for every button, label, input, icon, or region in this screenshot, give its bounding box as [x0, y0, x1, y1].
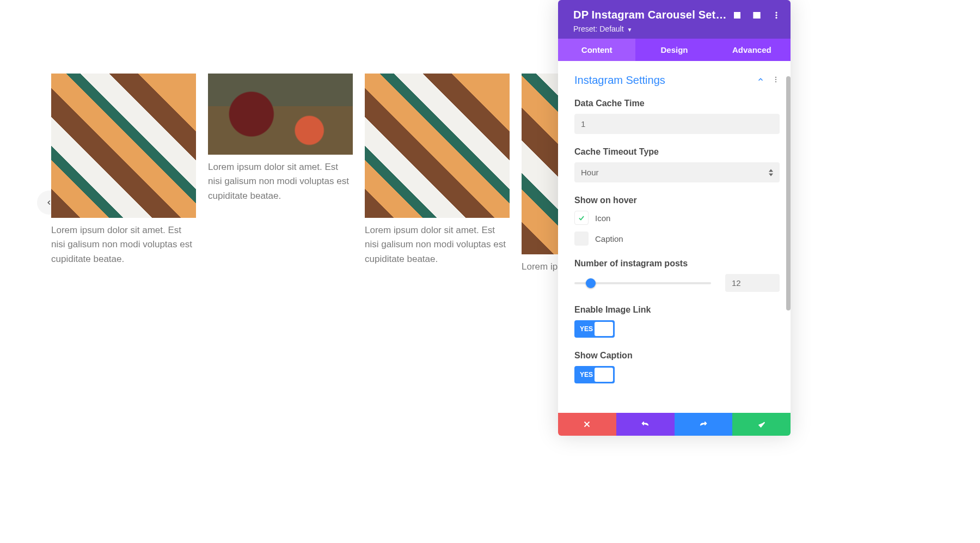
panel-title: DP Instagram Carousel Sett… — [573, 9, 727, 21]
field-image-link: Enable Image Link YES — [574, 305, 780, 338]
tabs: Content Design Advanced — [558, 39, 791, 61]
field-show-hover: Show on hover Icon Caption — [574, 196, 780, 246]
tab-advanced[interactable]: Advanced — [713, 39, 791, 61]
section-header[interactable]: Instagram Settings — [574, 74, 780, 87]
checkbox-label-caption: Caption — [595, 234, 623, 243]
preset-value: Default — [599, 25, 623, 33]
carousel-card[interactable]: Lorem ipsum dolor sit amet. Est nisi gal… — [208, 74, 353, 274]
panel-body: Instagram Settings Data Cache Time Cache… — [558, 61, 791, 413]
chevron-down-icon: ▼ — [627, 27, 633, 33]
checkbox-icon[interactable] — [574, 211, 589, 225]
toggle-image-link-label: YES — [574, 325, 593, 333]
field-cache-type: Cache Timeout Type MinuteHourDay — [574, 147, 780, 182]
undo-button[interactable] — [616, 413, 675, 436]
panel-header: DP Instagram Carousel Sett… Preset: Defa… — [558, 0, 791, 39]
carousel-card[interactable]: Lorem ipsum dolor sit amet. Est nisi gal… — [365, 74, 510, 274]
save-button[interactable] — [732, 413, 791, 436]
card-image[interactable] — [208, 74, 353, 155]
field-show-caption: Show Caption YES — [574, 351, 780, 383]
discard-button[interactable] — [558, 413, 616, 436]
carousel-card[interactable]: Lorem ipsum dolor sit amet. Est nisi gal… — [522, 74, 560, 274]
card-caption: Lorem ipsum dolor sit amet. Est nisi gal… — [365, 223, 510, 266]
card-caption: Lorem ipsum dolor sit amet. Est nisi gal… — [522, 260, 560, 274]
card-image[interactable] — [51, 74, 196, 218]
svg-point-6 — [776, 17, 777, 19]
preset-label: Preset: — [573, 25, 597, 33]
toggle-show-caption[interactable]: YES — [574, 366, 615, 383]
tab-content[interactable]: Content — [558, 39, 635, 61]
card-caption: Lorem ipsum dolor sit amet. Est nisi gal… — [208, 160, 353, 203]
svg-point-8 — [775, 78, 776, 80]
label-cache-type: Cache Timeout Type — [574, 147, 780, 157]
checkbox-label-icon: Icon — [595, 213, 610, 223]
canvas-preview: Lorem ipsum dolor sit amet. Est nisi gal… — [0, 0, 559, 543]
card-image[interactable] — [522, 74, 560, 254]
svg-point-7 — [775, 76, 776, 77]
tab-design[interactable]: Design — [635, 39, 713, 61]
chevron-up-icon[interactable] — [757, 76, 764, 86]
svg-point-4 — [776, 12, 777, 14]
redo-button[interactable] — [675, 413, 733, 436]
svg-rect-1 — [736, 14, 738, 16]
carousel-card[interactable]: Lorem ipsum dolor sit amet. Est nisi gal… — [51, 74, 196, 274]
toggle-knob — [595, 322, 613, 336]
section-kebab-icon[interactable] — [772, 76, 780, 86]
input-cache-time[interactable] — [574, 114, 780, 134]
svg-point-9 — [775, 81, 776, 82]
label-show-hover: Show on hover — [574, 196, 780, 205]
carousel: Lorem ipsum dolor sit amet. Est nisi gal… — [51, 74, 560, 274]
preset-selector[interactable]: Preset: Default ▼ — [573, 25, 781, 33]
slider-thumb[interactable] — [586, 278, 596, 288]
scrollbar[interactable] — [786, 76, 791, 310]
columns-icon[interactable] — [752, 11, 761, 20]
kebab-menu-icon[interactable] — [772, 11, 781, 20]
label-show-caption: Show Caption — [574, 351, 780, 361]
panel-footer — [558, 413, 791, 436]
toggle-image-link[interactable]: YES — [574, 320, 615, 338]
slider-num-posts[interactable] — [574, 282, 711, 284]
expand-icon[interactable] — [733, 11, 742, 20]
select-cache-type[interactable]: MinuteHourDay — [574, 162, 780, 182]
section-title: Instagram Settings — [574, 74, 665, 87]
settings-panel: DP Instagram Carousel Sett… Preset: Defa… — [558, 0, 791, 436]
field-cache-time: Data Cache Time — [574, 99, 780, 134]
svg-point-5 — [776, 14, 777, 16]
label-image-link: Enable Image Link — [574, 305, 780, 315]
toggle-show-caption-label: YES — [574, 371, 593, 379]
toggle-knob — [595, 368, 613, 382]
card-image[interactable] — [365, 74, 510, 218]
checkbox-caption[interactable] — [574, 231, 589, 246]
label-num-posts: Number of instagram posts — [574, 259, 780, 269]
card-caption: Lorem ipsum dolor sit amet. Est nisi gal… — [51, 223, 196, 266]
label-cache-time: Data Cache Time — [574, 99, 780, 108]
input-num-posts[interactable] — [725, 274, 780, 292]
field-num-posts: Number of instagram posts — [574, 259, 780, 292]
